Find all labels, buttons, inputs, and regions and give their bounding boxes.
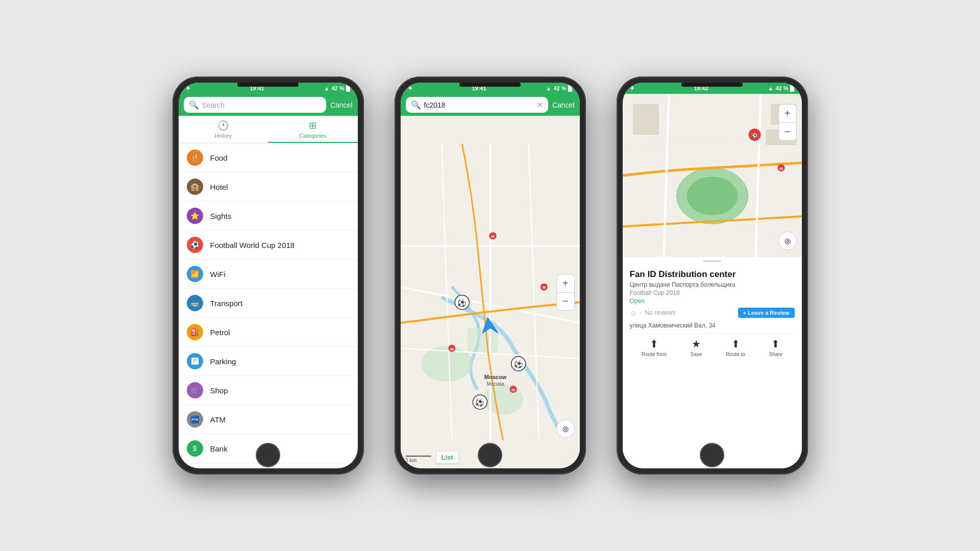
list-item[interactable]: 🏨 Hotel xyxy=(179,172,358,202)
category-label-wifi: WiFi xyxy=(210,270,226,279)
list-item[interactable]: 🏧 ATM xyxy=(179,405,358,434)
category-label-sights: Sights xyxy=(210,212,232,220)
search-input-wrap-1[interactable]: 🔍 Search xyxy=(184,97,326,113)
status-battery-icon-2: ▉ xyxy=(568,85,572,92)
map-scale-2: 5 km xyxy=(406,456,431,463)
share-button-3[interactable]: ⬆ Share xyxy=(769,338,782,357)
search-cancel-2[interactable]: Cancel xyxy=(552,101,575,109)
sights-icon: ⭐ xyxy=(187,208,203,224)
svg-text:⚽: ⚽ xyxy=(457,298,467,308)
status-plane-3: ✈ xyxy=(630,85,634,92)
svg-text:⚽: ⚽ xyxy=(752,133,758,139)
wifi-icon: 📶 xyxy=(187,266,203,282)
list-item[interactable]: ⭐ Sights xyxy=(179,202,358,231)
list-item[interactable]: ⚽ Football World Cup 2018 xyxy=(179,231,358,260)
share-icon-3: ⬆ xyxy=(771,338,780,350)
search-cancel-1[interactable]: Cancel xyxy=(330,101,353,109)
svg-text:Москва: Москва xyxy=(486,381,504,387)
phone-3: ✈ 19:42 ▲ 42 % ▉ xyxy=(617,77,808,474)
category-label-atm: ATM xyxy=(210,415,226,424)
search-icon-2: 🔍 xyxy=(411,100,421,110)
zoom-out-button-2[interactable]: − xyxy=(556,292,575,311)
search-bar-1: 🔍 Search Cancel xyxy=(179,94,358,116)
status-signal-3: ▲ xyxy=(768,85,774,91)
svg-text:M: M xyxy=(450,347,453,352)
list-item[interactable]: 🛒 Shop xyxy=(179,376,358,405)
map-scale-label-2: 5 km xyxy=(406,458,417,463)
category-label-food: Food xyxy=(210,154,228,162)
phone-notch-2 xyxy=(459,83,521,87)
detail-reviews-row-3: ☺ - No reviews + Leave a Review xyxy=(630,308,795,318)
detail-map-3[interactable]: ⚽ M + − ◎ xyxy=(623,94,802,257)
status-right-2: ▲ 42 % ▉ xyxy=(546,85,573,92)
list-item[interactable]: 🍴 Food xyxy=(179,143,358,172)
list-item[interactable]: 🚌 Transport xyxy=(179,289,358,318)
svg-text:M: M xyxy=(511,388,515,392)
map-list-button-2[interactable]: List xyxy=(436,452,458,463)
tab-history[interactable]: 🕐 History xyxy=(179,116,268,143)
zoom-out-button-3[interactable]: − xyxy=(778,122,797,141)
status-battery-icon-1: ▉ xyxy=(346,85,350,92)
football-icon: ⚽ xyxy=(187,237,203,253)
search-input-wrap-2[interactable]: 🔍 fc2018 ✕ xyxy=(406,97,548,113)
search-placeholder-1: Search xyxy=(202,101,225,109)
route-to-icon-3: ⬆ xyxy=(731,338,740,350)
phone-home-button-2[interactable] xyxy=(478,443,502,467)
review-text-3: No reviews xyxy=(645,309,675,316)
tab-history-label: History xyxy=(214,133,232,139)
leave-review-button-3[interactable]: + Leave a Review xyxy=(738,308,795,318)
detail-title-3: Fan ID Distribution center xyxy=(630,269,795,280)
bank-icon: $ xyxy=(187,440,203,457)
category-label-petrol: Petrol xyxy=(210,328,230,337)
save-button-3[interactable]: ★ Save xyxy=(691,338,702,357)
detail-status-3: Open xyxy=(630,297,795,305)
save-label-3: Save xyxy=(691,352,702,357)
list-item[interactable]: 📶 WiFi xyxy=(179,260,358,289)
detail-subtitle-3: Центр выдачи Паспорта болельщика xyxy=(630,281,795,288)
detail-category-3: Football Cup 2018 xyxy=(630,289,795,296)
status-plane-2: ✈ xyxy=(408,85,412,92)
map-container-2[interactable]: ⚽ ⚽ ⚽ M M M M Moscow Москва xyxy=(401,116,580,468)
share-label-3: Share xyxy=(769,352,782,357)
svg-text:M: M xyxy=(542,285,546,290)
phone-1: ✈ 19:41 ▲ 42 % ▉ 🔍 Search Cancel 🕐 Histo… xyxy=(173,77,364,474)
petrol-icon: ⛽ xyxy=(187,324,203,340)
hotel-icon: 🏨 xyxy=(187,179,203,195)
tabs-row-1: 🕐 History ⊞ Categories xyxy=(179,116,358,143)
atm-icon: 🏧 xyxy=(187,411,203,428)
svg-point-29 xyxy=(687,177,738,215)
status-signal-2: ▲ xyxy=(546,85,552,91)
category-label-parking: Parking xyxy=(210,357,236,366)
category-label-football: Football World Cup 2018 xyxy=(210,241,295,249)
phone-home-button-3[interactable] xyxy=(700,443,724,467)
zoom-in-button-2[interactable]: + xyxy=(556,274,575,292)
locate-me-button-3[interactable]: ◎ xyxy=(778,232,797,250)
phone-notch xyxy=(237,83,299,87)
search-clear-icon-2[interactable]: ✕ xyxy=(536,100,543,110)
parking-icon: 🅿 xyxy=(187,353,203,369)
transport-icon: 🚌 xyxy=(187,295,203,311)
svg-point-2 xyxy=(482,384,523,415)
route-to-label-3: Route to xyxy=(726,352,745,357)
route-to-button-3[interactable]: ⬆ Route to xyxy=(726,338,745,357)
search-value-2: fc2018 xyxy=(424,101,446,109)
tab-categories[interactable]: ⊞ Categories xyxy=(268,116,358,143)
search-icon-1: 🔍 xyxy=(189,100,199,110)
phone-home-button-1[interactable] xyxy=(256,443,280,467)
locate-me-button-2[interactable]: ◎ xyxy=(556,419,575,438)
shop-icon: 🛒 xyxy=(187,382,203,398)
search-bar-2: 🔍 fc2018 ✕ Cancel xyxy=(401,94,580,116)
phone-2: ✈ 19:41 ▲ 42 % ▉ 🔍 fc2018 ✕ Cancel xyxy=(395,77,586,474)
route-from-button-3[interactable]: ⬆ Route from xyxy=(642,338,667,357)
categories-icon: ⊞ xyxy=(309,120,316,131)
list-item[interactable]: 🅿 Parking xyxy=(179,347,358,376)
list-item[interactable]: ⛽ Petrol xyxy=(179,318,358,347)
zoom-in-button-3[interactable]: + xyxy=(778,104,797,122)
category-label-shop: Shop xyxy=(210,386,228,395)
status-battery-2: 42 % xyxy=(553,85,566,91)
detail-actions-bar-3: ⬆ Route from ★ Save ⬆ Route to ⬆ Share xyxy=(630,334,795,361)
route-from-label-3: Route from xyxy=(642,352,667,357)
category-list: 🍴 Food 🏨 Hotel ⭐ Sights ⚽ Football World… xyxy=(179,143,358,468)
svg-rect-3 xyxy=(467,328,498,354)
review-dash-3: - xyxy=(640,309,642,316)
